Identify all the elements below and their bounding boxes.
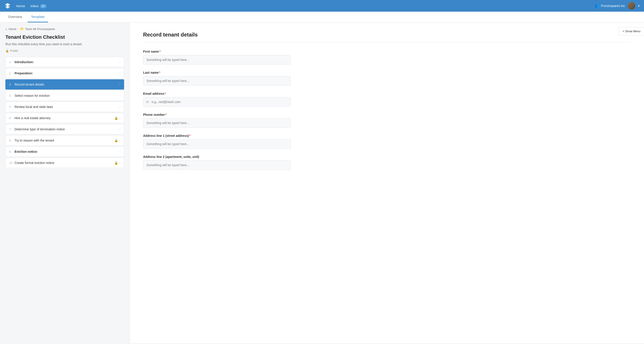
checklist-item-3[interactable]: 3 Record tenant details ‹ <box>5 79 124 90</box>
address1-group: Address line 1 (street address)* <box>143 134 630 149</box>
checklist-item-9[interactable]: 9 Eviction notice: › <box>5 146 124 157</box>
address2-group: Address line 2 (apartment, suite, unit) <box>143 155 630 170</box>
chevron-icon: › <box>120 128 120 131</box>
breadcrumb-team[interactable]: Team Mr Processpants <box>25 27 55 31</box>
inbox-badge: 47 <box>40 4 46 8</box>
main-layout: ⌂ Home › 📁 Team Mr Processpants Tenant E… <box>0 23 644 343</box>
chevron-icon: › <box>120 161 120 164</box>
tab-template[interactable]: Template <box>28 12 48 22</box>
org-name: Processpants Inc <box>601 4 625 8</box>
address2-input[interactable] <box>143 160 291 170</box>
first-name-input[interactable] <box>143 55 291 65</box>
phone-input[interactable] <box>143 118 291 128</box>
checklist-item-4[interactable]: 4 Select reason for eviction › <box>5 90 124 101</box>
checklist-description: Run this checklist every time you need t… <box>5 42 124 46</box>
home-icon: ⌂ <box>5 27 7 31</box>
chevron-icon: › <box>120 61 120 64</box>
address2-label: Address line 2 (apartment, suite, unit) <box>143 155 630 158</box>
breadcrumb-sep: › <box>18 27 18 31</box>
checklist-item-2[interactable]: 2 Preparation: › <box>5 68 124 78</box>
folder-icon: 📁 <box>20 27 24 31</box>
email-group: Email address* ✉ <box>143 92 630 107</box>
checklist-item-1[interactable]: 1 Introduction: › <box>5 57 124 67</box>
first-name-group: First name* <box>143 50 630 65</box>
lock-icon: 🔒 <box>114 161 118 164</box>
home-nav-link[interactable]: Home <box>16 4 25 8</box>
chevron-icon: › <box>120 105 120 108</box>
phone-group: Phone number* <box>143 113 630 128</box>
lock-icon: 🔒 <box>5 49 9 52</box>
tabs-bar: Overview Template <box>0 12 644 23</box>
email-icon: ✉ <box>146 100 149 104</box>
visibility-label: Public <box>10 49 18 52</box>
checklist-item-6[interactable]: 6 Hire a real estate attorney 🔒 › <box>5 113 124 123</box>
lock-icon: 🔒 <box>114 139 118 142</box>
chevron-icon: › <box>120 94 120 97</box>
phone-label: Phone number* <box>143 113 630 116</box>
user-menu: 👥 Processpants Inc ▾ <box>595 2 640 10</box>
chevron-icon: › <box>120 72 120 75</box>
last-name-group: Last name* <box>143 71 630 86</box>
email-label: Email address* <box>143 92 630 95</box>
form-title: Record tenant details <box>143 32 630 43</box>
inbox-nav-link[interactable]: Inbox47 <box>30 4 46 8</box>
checklist-item-5[interactable]: 5 Review local and state laws › <box>5 102 124 112</box>
checklist-item-10[interactable]: 10 Create formal eviction notice 🔒 › <box>5 158 124 168</box>
last-name-label: Last name* <box>143 71 630 74</box>
breadcrumb-home[interactable]: Home <box>8 27 16 31</box>
address1-input[interactable] <box>143 139 291 149</box>
checklist-title: Tenant Eviction Checklist <box>5 34 124 40</box>
address1-label: Address line 1 (street address)* <box>143 134 630 137</box>
email-wrapper: ✉ <box>143 97 291 107</box>
lock-icon: 🔒 <box>114 116 118 120</box>
checklist-item-7[interactable]: 7 Determine type of termination notice › <box>5 124 124 134</box>
chevron-icon: ‹ <box>120 83 120 86</box>
chevron-icon: › <box>120 139 120 142</box>
sidebar: ⌂ Home › 📁 Team Mr Processpants Tenant E… <box>0 23 130 343</box>
tab-overview[interactable]: Overview <box>4 12 26 22</box>
chevron-icon: › <box>120 150 120 153</box>
content-area: < Show Menu Record tenant details First … <box>130 23 644 343</box>
app-logo <box>4 3 11 9</box>
breadcrumb: ⌂ Home › 📁 Team Mr Processpants <box>5 27 124 31</box>
sidebar-meta: 🔒 Public <box>5 49 124 52</box>
last-name-input[interactable] <box>143 76 291 86</box>
email-input[interactable] <box>151 97 288 106</box>
chevron-icon: › <box>120 116 120 120</box>
checklist-list: 1 Introduction: › 2 Preparation: › 3 Rec… <box>5 57 124 168</box>
show-menu-button[interactable]: < Show Menu <box>619 27 644 35</box>
user-menu-chevron[interactable]: ▾ <box>638 4 640 8</box>
avatar[interactable] <box>628 2 635 10</box>
first-name-label: First name* <box>143 50 630 53</box>
checklist-item-8[interactable]: 8 Try to reason with the tenant 🔒 › <box>5 135 124 145</box>
top-navigation: Home Inbox47 👥 Processpants Inc ▾ <box>0 0 644 12</box>
